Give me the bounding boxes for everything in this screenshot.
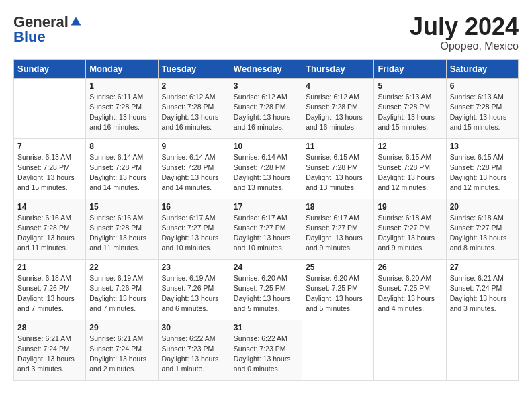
day-info: Sunrise: 6:17 AM Sunset: 7:27 PM Dayligh… [234, 213, 298, 254]
calendar-day-cell: 9Sunrise: 6:14 AM Sunset: 7:28 PM Daylig… [158, 138, 230, 199]
day-number: 18 [306, 202, 370, 212]
calendar-header-cell: Friday [374, 59, 446, 78]
day-number: 17 [234, 202, 298, 212]
day-info: Sunrise: 6:22 AM Sunset: 7:23 PM Dayligh… [162, 334, 226, 375]
day-number: 25 [306, 263, 370, 272]
calendar-header-row: SundayMondayTuesdayWednesdayThursdayFrid… [14, 59, 519, 78]
calendar-header-cell: Saturday [446, 59, 518, 78]
calendar-week-row: 21Sunrise: 6:18 AM Sunset: 7:26 PM Dayli… [14, 259, 519, 320]
calendar-day-cell: 5Sunrise: 6:13 AM Sunset: 7:28 PM Daylig… [374, 78, 446, 138]
day-info: Sunrise: 6:18 AM Sunset: 7:27 PM Dayligh… [450, 213, 515, 254]
calendar-day-cell: 23Sunrise: 6:19 AM Sunset: 7:26 PM Dayli… [158, 259, 230, 320]
calendar-day-cell: 6Sunrise: 6:13 AM Sunset: 7:28 PM Daylig… [446, 78, 518, 138]
title-block: July 2024 Opopeo, Mexico [410, 13, 519, 52]
day-number: 29 [89, 323, 154, 332]
calendar-day-cell: 17Sunrise: 6:17 AM Sunset: 7:27 PM Dayli… [230, 199, 302, 259]
calendar-day-cell: 2Sunrise: 6:12 AM Sunset: 7:28 PM Daylig… [158, 78, 230, 138]
day-info: Sunrise: 6:16 AM Sunset: 7:28 PM Dayligh… [17, 213, 82, 254]
day-number: 5 [378, 81, 442, 91]
day-info: Sunrise: 6:18 AM Sunset: 7:26 PM Dayligh… [17, 273, 82, 314]
calendar-day-cell: 3Sunrise: 6:12 AM Sunset: 7:28 PM Daylig… [230, 78, 302, 138]
day-info: Sunrise: 6:16 AM Sunset: 7:28 PM Dayligh… [89, 213, 154, 254]
day-info: Sunrise: 6:12 AM Sunset: 7:28 PM Dayligh… [234, 92, 298, 133]
day-number: 13 [450, 142, 515, 151]
calendar-day-cell: 11Sunrise: 6:15 AM Sunset: 7:28 PM Dayli… [302, 138, 374, 199]
day-info: Sunrise: 6:17 AM Sunset: 7:27 PM Dayligh… [306, 213, 370, 254]
day-number: 28 [17, 323, 82, 332]
calendar-day-cell: 21Sunrise: 6:18 AM Sunset: 7:26 PM Dayli… [14, 259, 86, 320]
calendar-day-cell [374, 320, 446, 380]
day-number: 30 [162, 323, 226, 332]
day-number: 26 [378, 263, 442, 272]
day-info: Sunrise: 6:21 AM Sunset: 7:24 PM Dayligh… [450, 273, 515, 314]
day-info: Sunrise: 6:21 AM Sunset: 7:24 PM Dayligh… [89, 334, 154, 375]
calendar-day-cell: 18Sunrise: 6:17 AM Sunset: 7:27 PM Dayli… [302, 199, 374, 259]
day-info: Sunrise: 6:12 AM Sunset: 7:28 PM Dayligh… [306, 92, 370, 133]
calendar-header-cell: Monday [86, 59, 158, 78]
day-number: 12 [378, 142, 442, 151]
day-number: 2 [162, 81, 226, 91]
day-number: 14 [17, 202, 82, 212]
page-header: General Blue July 2024 Opopeo, Mexico [13, 13, 519, 52]
calendar-day-cell [302, 320, 374, 380]
calendar-day-cell: 7Sunrise: 6:13 AM Sunset: 7:28 PM Daylig… [14, 138, 86, 199]
day-number: 7 [17, 142, 82, 151]
day-number: 15 [89, 202, 154, 212]
calendar-day-cell: 20Sunrise: 6:18 AM Sunset: 7:27 PM Dayli… [446, 199, 518, 259]
calendar-day-cell: 27Sunrise: 6:21 AM Sunset: 7:24 PM Dayli… [446, 259, 518, 320]
day-info: Sunrise: 6:20 AM Sunset: 7:25 PM Dayligh… [378, 273, 442, 314]
calendar-header-cell: Wednesday [230, 59, 302, 78]
calendar-body: 1Sunrise: 6:11 AM Sunset: 7:28 PM Daylig… [14, 78, 519, 380]
day-number: 1 [89, 81, 154, 91]
calendar-week-row: 28Sunrise: 6:21 AM Sunset: 7:24 PM Dayli… [14, 320, 519, 380]
calendar-day-cell: 22Sunrise: 6:19 AM Sunset: 7:26 PM Dayli… [86, 259, 158, 320]
calendar-day-cell: 19Sunrise: 6:18 AM Sunset: 7:27 PM Dayli… [374, 199, 446, 259]
calendar-week-row: 1Sunrise: 6:11 AM Sunset: 7:28 PM Daylig… [14, 78, 519, 138]
calendar-day-cell: 12Sunrise: 6:15 AM Sunset: 7:28 PM Dayli… [374, 138, 446, 199]
day-info: Sunrise: 6:14 AM Sunset: 7:28 PM Dayligh… [234, 152, 298, 193]
day-number: 23 [162, 263, 226, 272]
calendar-day-cell: 10Sunrise: 6:14 AM Sunset: 7:28 PM Dayli… [230, 138, 302, 199]
day-number: 8 [89, 142, 154, 151]
day-info: Sunrise: 6:11 AM Sunset: 7:28 PM Dayligh… [89, 92, 154, 133]
day-number: 3 [234, 81, 298, 91]
calendar-day-cell: 13Sunrise: 6:15 AM Sunset: 7:28 PM Dayli… [446, 138, 518, 199]
day-number: 31 [234, 323, 298, 332]
calendar-header-cell: Sunday [14, 59, 86, 78]
day-number: 9 [162, 142, 226, 151]
logo-icon [70, 16, 82, 28]
day-info: Sunrise: 6:17 AM Sunset: 7:27 PM Dayligh… [162, 213, 226, 254]
calendar-day-cell: 14Sunrise: 6:16 AM Sunset: 7:28 PM Dayli… [14, 199, 86, 259]
logo-blue: Blue [13, 28, 46, 46]
day-info: Sunrise: 6:18 AM Sunset: 7:27 PM Dayligh… [378, 213, 442, 254]
day-info: Sunrise: 6:20 AM Sunset: 7:25 PM Dayligh… [306, 273, 370, 314]
day-number: 10 [234, 142, 298, 151]
calendar-day-cell: 29Sunrise: 6:21 AM Sunset: 7:24 PM Dayli… [86, 320, 158, 380]
day-info: Sunrise: 6:14 AM Sunset: 7:28 PM Dayligh… [89, 152, 154, 193]
day-number: 20 [450, 202, 515, 212]
day-number: 22 [89, 263, 154, 272]
calendar-day-cell: 8Sunrise: 6:14 AM Sunset: 7:28 PM Daylig… [86, 138, 158, 199]
day-info: Sunrise: 6:15 AM Sunset: 7:28 PM Dayligh… [450, 152, 515, 193]
day-info: Sunrise: 6:12 AM Sunset: 7:28 PM Dayligh… [162, 92, 226, 133]
day-info: Sunrise: 6:22 AM Sunset: 7:23 PM Dayligh… [234, 334, 298, 375]
calendar-day-cell: 31Sunrise: 6:22 AM Sunset: 7:23 PM Dayli… [230, 320, 302, 380]
day-number: 27 [450, 263, 515, 272]
calendar-day-cell: 28Sunrise: 6:21 AM Sunset: 7:24 PM Dayli… [14, 320, 86, 380]
day-number: 6 [450, 81, 515, 91]
calendar-week-row: 7Sunrise: 6:13 AM Sunset: 7:28 PM Daylig… [14, 138, 519, 199]
calendar-header-cell: Thursday [302, 59, 374, 78]
day-number: 24 [234, 263, 298, 272]
day-number: 21 [17, 263, 82, 272]
day-info: Sunrise: 6:13 AM Sunset: 7:28 PM Dayligh… [17, 152, 82, 193]
calendar-day-cell: 30Sunrise: 6:22 AM Sunset: 7:23 PM Dayli… [158, 320, 230, 380]
calendar-day-cell: 4Sunrise: 6:12 AM Sunset: 7:28 PM Daylig… [302, 78, 374, 138]
day-info: Sunrise: 6:19 AM Sunset: 7:26 PM Dayligh… [89, 273, 154, 314]
calendar-day-cell: 1Sunrise: 6:11 AM Sunset: 7:28 PM Daylig… [86, 78, 158, 138]
calendar-day-cell: 15Sunrise: 6:16 AM Sunset: 7:28 PM Dayli… [86, 199, 158, 259]
calendar-week-row: 14Sunrise: 6:16 AM Sunset: 7:28 PM Dayli… [14, 199, 519, 259]
month-title: July 2024 [410, 13, 519, 40]
logo: General Blue [13, 13, 82, 46]
day-info: Sunrise: 6:15 AM Sunset: 7:28 PM Dayligh… [306, 152, 370, 193]
location: Opopeo, Mexico [410, 40, 519, 52]
